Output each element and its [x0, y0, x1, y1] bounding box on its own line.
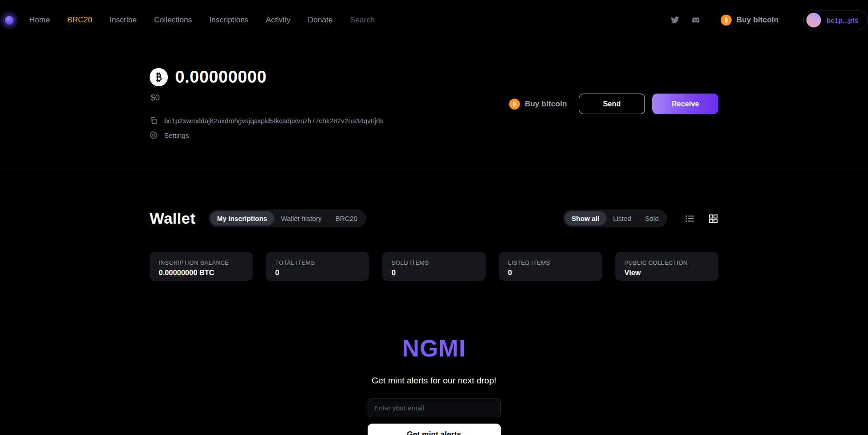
stat-total-items: TOTAL ITEMS 0 [266, 252, 369, 281]
tab-wallet-history[interactable]: Wallet history [274, 211, 328, 225]
nav-link-home[interactable]: Home [29, 16, 50, 25]
stat-label: SOLD ITEMS [391, 259, 476, 266]
logo-core [5, 16, 14, 25]
tab-my-inscriptions[interactable]: My inscriptions [210, 211, 274, 225]
view-toggle [685, 214, 718, 224]
nav-link-brc20[interactable]: BRC20 [67, 16, 92, 25]
filter-show-all[interactable]: Show all [565, 211, 606, 225]
get-mint-alerts-button[interactable]: Get mint alerts [368, 424, 501, 435]
wallet-stats: INSCRIPTION BALANCE 0.00000000 BTC TOTAL… [150, 252, 718, 281]
stat-public-collection: PUBLIC COLLECTION View [615, 252, 718, 281]
gear-icon [150, 131, 158, 139]
nav-buy-bitcoin-button[interactable]: Buy bitcoin [721, 15, 779, 26]
btc-balance-amount: 0.00000000 [175, 68, 266, 87]
top-nav: Home BRC20 Inscribe Collections Inscript… [0, 0, 868, 40]
wallet-address-row[interactable]: bc1p2xwmddaj82uxdmhgvsjqsxpld5tkcsdpxvnz… [150, 116, 718, 125]
twitter-icon[interactable] [670, 16, 680, 25]
nav-links: Home BRC20 Inscribe Collections Inscript… [29, 16, 333, 25]
logo-ring [3, 14, 16, 27]
newsletter-subheading: Get mint alerts for our next drop! [372, 376, 497, 386]
wallet-title: Wallet [150, 210, 196, 227]
send-button[interactable]: Send [579, 94, 645, 114]
filter-listed[interactable]: Listed [606, 211, 638, 225]
nav-link-inscriptions[interactable]: Inscriptions [209, 16, 249, 25]
email-input[interactable] [368, 398, 501, 417]
stat-value: 0 [508, 269, 593, 277]
stat-value: 0 [391, 269, 476, 277]
wallet-header: Wallet My inscriptions Wallet history BR… [150, 169, 718, 227]
filter-sold[interactable]: Sold [638, 211, 665, 225]
bitcoin-balance-icon [150, 68, 168, 86]
bitcoin-icon [509, 99, 520, 110]
nav-link-donate[interactable]: Donate [308, 16, 333, 25]
settings-label: Settings [164, 131, 189, 139]
settings-button[interactable]: Settings [150, 131, 718, 139]
stat-label: PUBLIC COLLECTION [624, 259, 709, 266]
buy-bitcoin-button[interactable]: Buy bitcoin [509, 99, 567, 110]
balance-row: 0.00000000 [150, 68, 718, 87]
wallet-section: Wallet My inscriptions Wallet history BR… [150, 169, 718, 435]
wallet-address-full: bc1p2xwmddaj82uxdmhgvsjqsxpld5tkcsdpxvnz… [164, 117, 383, 125]
avatar [806, 13, 821, 27]
stat-label: TOTAL ITEMS [275, 259, 360, 266]
wallet-filters: Show all Listed Sold [563, 210, 718, 227]
tab-brc20[interactable]: BRC20 [328, 211, 364, 225]
grid-view-icon[interactable] [708, 214, 718, 224]
bitcoin-icon [721, 15, 732, 26]
nav-buy-bitcoin-label: Buy bitcoin [736, 16, 779, 25]
nav-link-inscribe[interactable]: Inscribe [109, 16, 137, 25]
newsletter-heading: NGMI [402, 335, 466, 362]
wallet-account-pill[interactable]: bc1p...jrls [803, 10, 868, 30]
copy-icon[interactable] [150, 116, 158, 125]
balance-section: 0.00000000 $0 bc1p2xwmddaj82uxdmhgvsjqsx… [0, 40, 868, 169]
receive-button[interactable]: Receive [652, 94, 718, 114]
site-logo[interactable] [0, 11, 18, 29]
balance-actions: Buy bitcoin Send Receive [501, 94, 718, 114]
nav-right: Buy bitcoin bc1p...jrls [670, 10, 868, 30]
stat-value: 0 [275, 269, 360, 277]
wallet-address-short: bc1p...jrls [826, 16, 858, 24]
stat-listed-items: LISTED ITEMS 0 [499, 252, 602, 281]
stat-sold-items: SOLD ITEMS 0 [382, 252, 485, 281]
buy-bitcoin-label: Buy bitcoin [525, 100, 567, 109]
discord-icon[interactable] [691, 16, 701, 25]
filter-group: Show all Listed Sold [563, 210, 667, 227]
public-collection-view-link[interactable]: View [624, 269, 709, 277]
search-input[interactable] [350, 16, 419, 25]
stat-label: INSCRIPTION BALANCE [159, 259, 244, 266]
wallet-tabs: My inscriptions Wallet history BRC20 [208, 210, 366, 227]
stat-value: 0.00000000 BTC [159, 269, 244, 277]
newsletter-section: NGMI Get mint alerts for our next drop! … [150, 335, 718, 435]
stat-label: LISTED ITEMS [508, 259, 593, 266]
list-view-icon[interactable] [685, 214, 695, 224]
nav-link-activity[interactable]: Activity [266, 16, 291, 25]
stat-inscription-balance: INSCRIPTION BALANCE 0.00000000 BTC [150, 252, 253, 281]
nav-link-collections[interactable]: Collections [154, 16, 192, 25]
